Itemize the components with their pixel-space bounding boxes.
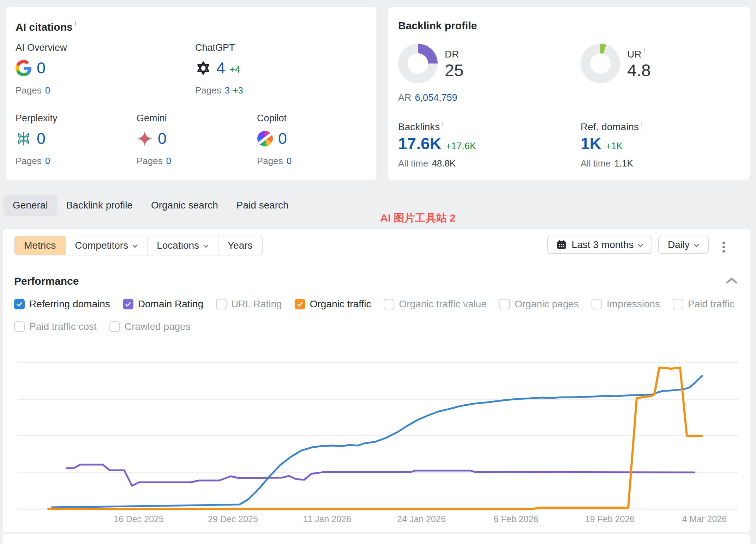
metric-checkbox-row-2: Paid traffic costCrawled pages: [14, 321, 191, 332]
info-icon: i: [643, 47, 645, 54]
ahrefs-rank-value[interactable]: 6,054,759: [415, 92, 457, 103]
info-icon: i: [641, 119, 642, 127]
unchecked-checkbox-icon: [14, 321, 25, 332]
ahrefs-rank-row: AR6,054,759: [398, 92, 457, 103]
citations-count: 0: [278, 129, 287, 148]
ur-donut-chart: [581, 44, 620, 83]
metric-label: URL Rating: [231, 298, 282, 310]
metric-checkbox-organic-traffic-value[interactable]: Organic traffic value: [384, 298, 487, 310]
ur-label: URi: [627, 47, 645, 60]
metric-checkbox-paid-traffic[interactable]: Paid traffic: [673, 298, 734, 310]
dr-label: DRi: [445, 47, 463, 60]
unchecked-checkbox-icon: [592, 299, 602, 309]
backlink-profile-card: Backlink profile DRi 25 AR6,054,759 URi …: [388, 7, 750, 180]
metric-checkbox-impressions[interactable]: Impressions: [592, 298, 660, 310]
dr-value: 25: [445, 61, 463, 80]
pages-count[interactable]: 0: [287, 156, 292, 166]
chevron-down-icon: [132, 244, 138, 248]
ur-value: 4.8: [627, 61, 651, 80]
checked-checkbox-icon: [123, 299, 133, 309]
series-line-domain-rating: [67, 465, 694, 486]
metric-label: Referring domains: [29, 298, 110, 310]
x-axis-tick-label: 29 Dec 2025: [208, 514, 258, 524]
openai-icon: [195, 60, 211, 76]
chevron-down-icon: [203, 244, 209, 248]
pages-row: Pages0: [137, 156, 171, 167]
calendar-icon: [556, 240, 567, 250]
date-range-button[interactable]: Last 3 months: [547, 236, 652, 254]
tab-organic-search[interactable]: Organic search: [142, 195, 227, 216]
watermark-text: AI 图片工具站 2: [374, 211, 462, 225]
info-icon: i: [461, 47, 462, 54]
chevron-down-icon: [694, 244, 699, 247]
ref-domains-alltime: All time1.1K: [581, 158, 633, 169]
metric-checkbox-domain-rating[interactable]: Domain Rating: [123, 298, 203, 310]
tab-paid-search[interactable]: Paid search: [227, 195, 298, 216]
ur-donut-hole: [590, 53, 611, 74]
x-axis-tick-label: 24 Jan 2026: [397, 514, 446, 524]
metric-checkbox-referring-domains[interactable]: Referring domains: [14, 298, 110, 310]
dr-donut-hole: [408, 53, 428, 74]
pages-count[interactable]: 0: [45, 156, 50, 166]
x-axis-tick-label: 16 Dec 2025: [114, 514, 164, 524]
metric-checkbox-organic-pages[interactable]: Organic pages: [499, 298, 579, 310]
metric-checkbox-paid-traffic-cost[interactable]: Paid traffic cost: [14, 321, 97, 332]
more-options-kebab-menu[interactable]: [722, 240, 725, 254]
metric-label: Paid traffic: [688, 298, 734, 310]
filter-segment-group: Metrics Competitors Locations Years: [14, 236, 263, 255]
citations-count: 4: [216, 59, 225, 77]
metric-label: Crawled pages: [125, 321, 191, 332]
x-axis-tick-label: 11 Jan 2026: [303, 514, 351, 524]
ai-citation-item-ai-overview: AI Overview0Pages0: [16, 42, 67, 96]
granularity-button[interactable]: Daily: [658, 236, 709, 254]
pages-count[interactable]: 0: [166, 156, 171, 166]
general-report-panel: Metrics Competitors Locations Years Last…: [3, 229, 750, 532]
metrics-button[interactable]: Metrics: [15, 236, 66, 255]
collapse-section-chevron-up-icon[interactable]: [726, 277, 738, 284]
metric-checkbox-url-rating[interactable]: URL Rating: [216, 298, 282, 310]
series-line-referring-domains: [52, 376, 702, 507]
ai-source-label: Gemini: [137, 113, 171, 124]
backlinks-alltime: All time48.8K: [398, 158, 456, 169]
ref-domains-value[interactable]: 1K+1K: [581, 134, 623, 153]
competitors-dropdown[interactable]: Competitors: [66, 236, 148, 255]
backlinks-label: Backlinksi: [398, 119, 444, 133]
ai-citation-item-gemini: Gemini0Pages0: [137, 113, 171, 167]
performance-section-title: Performance: [14, 275, 79, 287]
dashboard: AI citationsi AI Overview0Pages0ChatGPT4…: [0, 0, 756, 544]
checked-checkbox-icon: [295, 299, 305, 309]
locations-dropdown[interactable]: Locations: [148, 236, 218, 255]
citations-count: 0: [37, 59, 46, 77]
x-axis-tick-label: 4 Mar 2026: [682, 514, 727, 524]
citations-count: 0: [158, 129, 167, 148]
series-line-organic-traffic: [48, 368, 702, 509]
metric-label: Organic pages: [515, 298, 579, 310]
ref-domains-label: Ref. domainsi: [581, 119, 642, 133]
metric-checkbox-organic-traffic[interactable]: Organic traffic: [295, 298, 371, 310]
tab-backlink-profile[interactable]: Backlink profile: [57, 195, 142, 216]
pages-count[interactable]: 3: [225, 85, 230, 96]
ai-citations-card: AI citationsi AI Overview0Pages0ChatGPT4…: [6, 7, 376, 180]
unchecked-checkbox-icon: [216, 299, 227, 309]
x-axis-tick-label: 19 Feb 2026: [585, 514, 635, 524]
metric-label: Organic traffic: [310, 298, 371, 310]
ai-citation-item-chatgpt: ChatGPT4+4Pages3+3: [195, 42, 243, 96]
report-tabs: GeneralBacklink profileOrganic searchPai…: [4, 194, 298, 216]
pages-count[interactable]: 0: [45, 85, 50, 96]
ai-citations-title: AI citationsi: [16, 20, 76, 33]
tab-general[interactable]: General: [4, 195, 57, 216]
pages-row: Pages3+3: [195, 85, 243, 96]
backlinks-delta: +17.6K: [446, 141, 476, 151]
copilot-icon: [257, 131, 273, 147]
backlinks-value[interactable]: 17.6K+17.6K: [398, 134, 476, 153]
gemini-icon: [137, 131, 153, 147]
ai-source-label: Perplexity: [16, 113, 58, 124]
performance-line-chart: 16 Dec 202529 Dec 202511 Jan 202624 Jan …: [4, 345, 747, 532]
metric-checkbox-crawled-pages[interactable]: Crawled pages: [109, 321, 191, 332]
info-icon: i: [75, 20, 76, 27]
metric-checkbox-row-1: Referring domainsDomain RatingURL Rating…: [14, 298, 734, 310]
pages-delta: +3: [233, 85, 243, 96]
unchecked-checkbox-icon: [384, 299, 394, 309]
years-button[interactable]: Years: [218, 236, 262, 255]
unchecked-checkbox-icon: [499, 299, 510, 309]
